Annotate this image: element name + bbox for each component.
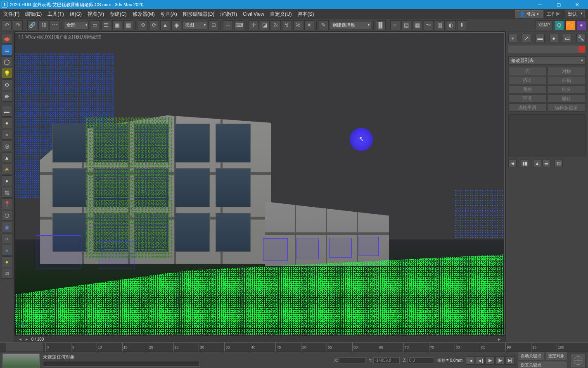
play-button[interactable]: ▶ (486, 356, 495, 365)
goto-end-button[interactable]: ▶| (505, 356, 514, 365)
cone-button[interactable]: ▲ (2, 152, 12, 163)
y-input[interactable] (373, 357, 400, 364)
geosphere-button[interactable]: ◯ (2, 56, 12, 67)
selection-filter-button[interactable]: 选定对象 (545, 352, 567, 360)
select-region-rect-button[interactable]: ▣ (112, 20, 122, 30)
move-button[interactable]: ✥ (138, 20, 148, 30)
mod-sweep-button[interactable]: 扫描 (548, 76, 586, 84)
object-color-bar[interactable] (508, 45, 586, 53)
prev-frame-button[interactable]: ◄| (476, 356, 485, 365)
utilities-tab[interactable]: 🔧 (576, 34, 586, 42)
set-key-button[interactable]: 设置关键点 (518, 361, 567, 368)
login-button[interactable]: 👤 登录 ▾ (515, 10, 543, 18)
maxscript-mini-listener[interactable] (2, 354, 40, 368)
x-input[interactable] (339, 357, 365, 364)
selection-filter-dropdown[interactable]: 全部 (64, 21, 89, 29)
pin-button[interactable]: 📍 (2, 198, 12, 209)
modifier-stack[interactable] (508, 114, 586, 157)
goto-start-button[interactable]: |◄ (466, 356, 475, 365)
disco-button[interactable]: ◉ (2, 222, 12, 232)
torus-button[interactable]: ◎ (2, 141, 12, 151)
mod-melt-button[interactable]: 融化 (548, 94, 586, 103)
prompt-line[interactable] (43, 361, 200, 367)
helper-button[interactable]: ⚙ (2, 79, 12, 90)
percent-snap-button[interactable]: 2₅ (271, 20, 281, 30)
material-editor-button[interactable]: ◐ (446, 20, 456, 30)
timeline-ruler[interactable]: 0 5 10 15 20 25 30 35 40 45 50 55 60 65 … (0, 342, 588, 351)
mod-symmetry-button[interactable]: 对称 (548, 67, 586, 75)
window-crossing-button[interactable]: ▦ (123, 20, 133, 30)
snap-toggle-button[interactable]: ✛ (249, 20, 258, 30)
viewport[interactable]: [+] [VRay 相机001] [用户定义] [默认明暗处理] (15, 32, 505, 335)
spray-button[interactable]: ❋ (2, 91, 12, 102)
percent-button[interactable]: % (293, 20, 303, 30)
light-button[interactable]: 💡 (2, 68, 12, 79)
menu-animation[interactable]: 动画(A) (161, 11, 177, 18)
freeze-button[interactable]: ⬡ (2, 210, 12, 221)
make-unique-button[interactable]: ▲ (533, 160, 541, 167)
z-input[interactable] (408, 357, 434, 364)
create-tab[interactable]: + (508, 34, 517, 42)
select-object-button[interactable]: ▭ (90, 20, 100, 30)
mod-editpoly-button[interactable]: 编辑多边形 (548, 103, 586, 112)
sphere-blue2-button[interactable]: ● (2, 245, 12, 256)
mod-turbosmooth-button[interactable]: 涡轮平滑 (508, 103, 547, 112)
scale-button[interactable]: ▲ (160, 20, 170, 30)
mesh-button[interactable]: ▨ (2, 187, 12, 198)
minimize-button[interactable]: ─ (531, 0, 549, 9)
mod-bend-button[interactable]: 弯曲 (508, 85, 547, 93)
ring-button[interactable]: ○ (2, 233, 12, 244)
teapot-icon[interactable]: 🫖 (2, 33, 12, 44)
render-setup-button[interactable]: ⬇ (457, 20, 467, 30)
menu-edit[interactable]: 编辑(E) (25, 11, 42, 18)
toggle-ribbon-button[interactable]: ▦ (413, 20, 422, 30)
spinner-snap-button[interactable]: ↯ (282, 20, 292, 30)
fp-button[interactable]: Fp (565, 20, 575, 30)
menu-views[interactable]: 视图(V) (88, 11, 104, 18)
sphere-yellow2-button[interactable]: ● (2, 256, 12, 267)
axis-constraint-button[interactable]: ⤧ (304, 20, 314, 30)
keyboard-shortcut-button[interactable]: ⌨ (234, 20, 244, 30)
menu-scripting[interactable]: 脚本(S) (297, 11, 314, 18)
timeline-end-button[interactable]: ► (497, 337, 501, 342)
curve-editor-button[interactable]: 〜 (424, 20, 434, 30)
mod-subdivide-button[interactable]: 细分 (548, 85, 586, 93)
mod-extrude-button[interactable]: 挤出 (508, 76, 547, 84)
plugin-button[interactable]: ● (576, 20, 586, 30)
menu-civilview[interactable]: Civil View (243, 11, 264, 17)
next-frame-button[interactable]: |▶ (496, 356, 505, 365)
menu-create[interactable]: 创建(C) (110, 11, 127, 18)
pin-stack-button[interactable]: ◄ (508, 160, 517, 167)
modify-tab[interactable]: ↗ (522, 34, 531, 42)
timeline-next-button[interactable]: ► (25, 337, 29, 342)
mod-smooth-button[interactable]: 平滑 (508, 94, 547, 103)
sphere-yellow-button[interactable]: ● (2, 117, 12, 128)
sun-button[interactable]: ☀ (2, 164, 12, 174)
sphere-brown-button[interactable]: ● (2, 129, 12, 140)
display-tab[interactable]: ▭ (563, 34, 572, 42)
menu-rendering[interactable]: 渲染(R) (220, 11, 237, 18)
auto-key-button[interactable]: 自动关键点 (518, 352, 544, 360)
plane-button[interactable]: ▬ (2, 106, 12, 117)
timeline-prev-button[interactable]: ◄ (18, 337, 22, 342)
schematic-view-button[interactable]: ▥ (435, 20, 445, 30)
maximize-button[interactable]: ▢ (549, 0, 568, 9)
menu-customize[interactable]: 自定义(U) (270, 11, 292, 18)
layer-explorer-button[interactable]: ▤ (401, 20, 411, 30)
object-color-swatch[interactable] (579, 46, 585, 53)
placement-button[interactable]: ◉ (171, 20, 181, 30)
manipulate-button[interactable]: ⊹ (223, 20, 233, 30)
modifier-list-dropdown[interactable]: 修改器列表 (508, 56, 586, 65)
sphere-gray-button[interactable]: ● (2, 175, 12, 186)
configure-sets-button[interactable]: ⊡ (555, 160, 563, 167)
menu-file[interactable]: 文件(F) (3, 11, 19, 18)
hierarchy-tab[interactable]: ▬ (536, 34, 545, 42)
rotate-button[interactable]: ⟳ (149, 20, 159, 30)
pivot-center-button[interactable]: ⊡ (209, 20, 218, 30)
viewport-nav-controls[interactable] (571, 353, 586, 368)
menu-modifiers[interactable]: 修改器(M) (133, 11, 155, 18)
bind-spacewarp-button[interactable]: 〰 (50, 20, 59, 30)
link-button[interactable]: 🔗 (27, 20, 37, 30)
motion-tab[interactable]: ● (549, 34, 558, 42)
select-by-name-button[interactable]: ☰ (101, 20, 111, 30)
